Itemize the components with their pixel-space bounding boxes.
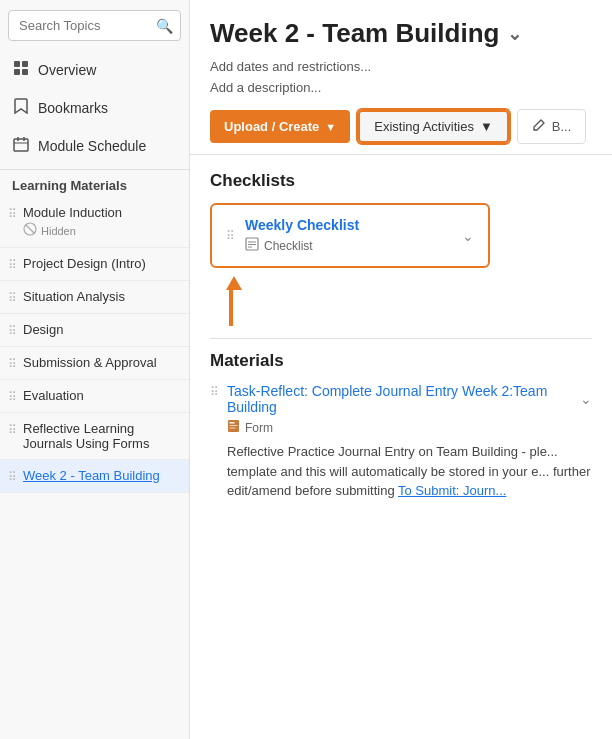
svg-rect-3 xyxy=(22,69,28,75)
drag-handle-icon: ⠿ xyxy=(8,291,17,305)
existing-chevron-down-icon: ▼ xyxy=(480,119,493,134)
sidebar-item-project-design[interactable]: ⠿ Project Design (Intro) xyxy=(0,248,189,281)
svg-rect-1 xyxy=(22,61,28,67)
sidebar-item-overview-label: Overview xyxy=(38,62,96,78)
overview-icon xyxy=(12,60,30,80)
checklist-drag-icon: ⠿ xyxy=(226,229,235,243)
existing-activities-label: Existing Activities xyxy=(374,119,474,134)
topic-name-situation-analysis: Situation Analysis xyxy=(23,289,177,304)
material-type: Form xyxy=(227,419,592,436)
material-item-task-reflect: ⠿ Task-Reflect: Complete Journal Entry W… xyxy=(210,383,592,501)
sidebar-item-reflective-journals[interactable]: ⠿ Reflective Learning Journals Using For… xyxy=(0,413,189,460)
drag-handle-icon: ⠿ xyxy=(8,324,17,338)
add-description-link[interactable]: Add a description... xyxy=(210,80,592,95)
title-chevron-down-icon[interactable]: ⌄ xyxy=(507,23,522,45)
sidebar-item-design[interactable]: ⠿ Design xyxy=(0,314,189,347)
learning-materials-label: Learning Materials xyxy=(0,169,189,197)
drag-handle-icon: ⠿ xyxy=(8,390,17,404)
sidebar-item-submission-approval[interactable]: ⠿ Submission & Approval xyxy=(0,347,189,380)
edit-label: B... xyxy=(552,119,572,134)
sidebar-item-bookmarks[interactable]: Bookmarks xyxy=(0,89,189,127)
svg-rect-15 xyxy=(230,422,235,424)
materials-section-title: Materials xyxy=(210,351,592,371)
drag-handle-icon: ⠿ xyxy=(8,258,17,272)
topic-name-project-design: Project Design (Intro) xyxy=(23,256,177,271)
page-title-text: Week 2 - Team Building xyxy=(210,18,499,49)
sidebar-item-overview[interactable]: Overview xyxy=(0,51,189,89)
calendar-icon xyxy=(12,136,30,156)
add-dates-link[interactable]: Add dates and restrictions... xyxy=(210,59,592,74)
weekly-checklist-card[interactable]: ⠿ Weekly Checklist Checklist ⌄ xyxy=(210,203,490,268)
hidden-icon xyxy=(23,222,37,239)
submit-link[interactable]: To Submit: Journ... xyxy=(398,483,506,498)
material-drag-icon: ⠿ xyxy=(210,385,219,399)
material-type-label: Form xyxy=(245,421,273,435)
checklists-section-title: Checklists xyxy=(210,171,592,191)
upload-create-label: Upload / Create xyxy=(224,119,319,134)
sidebar-item-bookmarks-label: Bookmarks xyxy=(38,100,108,116)
main-body: Checklists ⠿ Weekly Checklist Checklist … xyxy=(190,155,612,527)
checklist-info: Weekly Checklist Checklist xyxy=(245,217,452,254)
checklist-name: Weekly Checklist xyxy=(245,217,452,233)
upload-chevron-down-icon: ▼ xyxy=(325,121,336,133)
material-name-row: Task-Reflect: Complete Journal Entry Wee… xyxy=(227,383,592,415)
drag-handle-icon: ⠿ xyxy=(8,470,17,484)
sidebar: 🔍 Overview Bookmarks Module Schedule Lea… xyxy=(0,0,190,739)
material-content: Task-Reflect: Complete Journal Entry Wee… xyxy=(227,383,592,501)
material-description: Reflective Practice Journal Entry on Tea… xyxy=(227,442,592,501)
drag-handle-icon: ⠿ xyxy=(8,357,17,371)
topic-name-week2-team-building: Week 2 - Team Building xyxy=(23,468,177,483)
topic-name-evaluation: Evaluation xyxy=(23,388,177,403)
svg-rect-2 xyxy=(14,69,20,75)
main-header: Week 2 - Team Building ⌄ Add dates and r… xyxy=(190,0,612,155)
page-title: Week 2 - Team Building ⌄ xyxy=(210,18,592,49)
drag-handle-icon: ⠿ xyxy=(8,423,17,437)
topic-name-reflective-journals: Reflective Learning Journals Using Forms xyxy=(23,421,177,451)
edit-button[interactable]: B... xyxy=(517,109,587,144)
drag-handle-icon: ⠿ xyxy=(8,207,17,221)
sidebar-item-week2-team-building[interactable]: ⠿ Week 2 - Team Building xyxy=(0,460,189,493)
sidebar-item-situation-analysis[interactable]: ⠿ Situation Analysis xyxy=(0,281,189,314)
svg-rect-16 xyxy=(230,425,238,426)
arrow-up-icon xyxy=(226,276,242,290)
section-divider xyxy=(210,338,592,339)
svg-rect-17 xyxy=(230,428,236,429)
svg-rect-4 xyxy=(14,139,28,151)
sidebar-item-module-schedule[interactable]: Module Schedule xyxy=(0,127,189,165)
arrow-indicator xyxy=(220,276,592,326)
existing-activities-button[interactable]: Existing Activities ▼ xyxy=(358,110,509,143)
sidebar-item-module-induction[interactable]: ⠿ Module Induction Hidden xyxy=(0,197,189,248)
svg-rect-0 xyxy=(14,61,20,67)
main-content: Week 2 - Team Building ⌄ Add dates and r… xyxy=(190,0,612,739)
topic-name-submission-approval: Submission & Approval xyxy=(23,355,177,370)
edit-icon xyxy=(532,118,546,135)
arrow-line xyxy=(229,290,233,326)
material-chevron-down-icon[interactable]: ⌄ xyxy=(580,391,592,407)
upload-create-button[interactable]: Upload / Create ▼ xyxy=(210,110,350,143)
checklist-type-label: Checklist xyxy=(264,239,313,253)
svg-line-9 xyxy=(26,225,34,233)
checklist-icon xyxy=(245,237,259,254)
sidebar-item-module-schedule-label: Module Schedule xyxy=(38,138,146,154)
materials-section: Materials ⠿ Task-Reflect: Complete Journ… xyxy=(210,351,592,501)
search-box[interactable]: 🔍 xyxy=(8,10,181,41)
form-icon xyxy=(227,419,240,436)
topic-name-module-induction: Module Induction xyxy=(23,205,177,220)
hidden-label: Hidden xyxy=(41,225,76,237)
material-name[interactable]: Task-Reflect: Complete Journal Entry Wee… xyxy=(227,383,572,415)
checklist-type: Checklist xyxy=(245,237,452,254)
sidebar-item-evaluation[interactable]: ⠿ Evaluation xyxy=(0,380,189,413)
topic-name-design: Design xyxy=(23,322,177,337)
checklist-chevron-down-icon[interactable]: ⌄ xyxy=(462,228,474,244)
search-icon: 🔍 xyxy=(156,18,173,34)
toolbar: Upload / Create ▼ Existing Activities ▼ … xyxy=(210,109,592,144)
bookmarks-icon xyxy=(12,98,30,118)
